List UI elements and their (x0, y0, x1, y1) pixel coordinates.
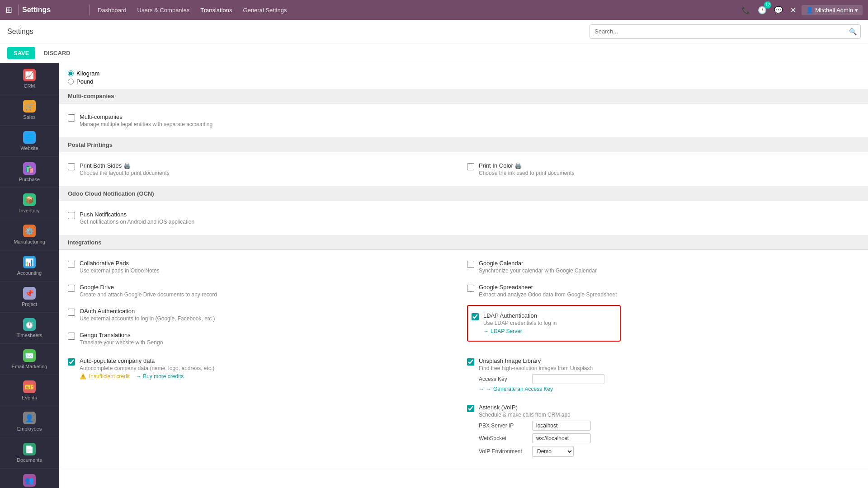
sidebar-item-recruitment[interactable]: 👥 Recruitment (0, 469, 59, 488)
auto-populate-title: Auto-populate company data (80, 357, 214, 364)
sidebar-item-purchase[interactable]: 🛍️ Purchase (0, 157, 59, 188)
units-section-partial: Kilogram Pound (59, 63, 868, 89)
integrations-col1: Collaborative Pads Use external pads in … (68, 257, 460, 348)
google-spreadsheet-checkbox[interactable] (467, 285, 474, 292)
sidebar-item-inventory[interactable]: 📦 Inventory (0, 188, 59, 219)
print-in-color-desc: Choose the ink used to print documents (479, 170, 574, 176)
print-in-color-text: Print In Color 🖨️ Choose the ink used to… (479, 162, 574, 176)
sidebar-item-project[interactable]: 📌 Project (0, 282, 59, 313)
sidebar-item-email-marketing[interactable]: ✉️ Email Marketing (0, 344, 59, 375)
print-both-sides-item: Print Both Sides 🖨️ Choose the layout to… (68, 160, 460, 179)
events-icon: 🎫 (23, 380, 36, 393)
subheader: Settings 🔍 (0, 20, 868, 43)
asterisk-voip-desc: Schedule & make calls from CRM app (479, 412, 591, 418)
print-both-sides-checkbox[interactable] (68, 163, 75, 170)
voip-environment-select[interactable]: Demo Production (532, 446, 574, 457)
oauth-auth-text: OAuth Authentication Use external accoun… (80, 308, 215, 322)
auto-populate-col: Auto-populate company data Autocomplete … (68, 355, 460, 395)
access-key-input[interactable] (532, 374, 604, 384)
auto-populate-item: Auto-populate company data Autocomplete … (68, 355, 460, 382)
sidebar: 📈 CRM 🛒 Sales 🌐 Website 🛍️ Purchase 📦 In… (0, 63, 59, 488)
sidebar-item-manufacturing[interactable]: ⚙️ Manufacturing (0, 219, 59, 250)
oauth-auth-desc: Use external accounts to log in (Google,… (80, 315, 215, 322)
google-drive-desc: Create and attach Google Drive documents… (80, 291, 217, 298)
postal-printings-section: Print Both Sides 🖨️ Choose the layout to… (59, 152, 868, 187)
crm-icon: 📈 (23, 69, 36, 81)
sidebar-item-timesheets[interactable]: ⏱️ Timesheets (0, 313, 59, 344)
gengo-translations-checkbox[interactable] (68, 333, 75, 340)
sidebar-item-crm[interactable]: 📈 CRM (0, 63, 59, 94)
sidebar-item-events[interactable]: 🎫 Events (0, 375, 59, 406)
print-both-sides-text: Print Both Sides 🖨️ Choose the layout to… (80, 162, 170, 176)
auto-populate-desc: Autocomplete company data (name, logo, a… (80, 365, 214, 371)
multi-companies-item: Multi-companies Manage multiple legal en… (68, 111, 859, 130)
sidebar-item-documents[interactable]: 📄 Documents (0, 437, 59, 469)
sidebar-item-sales[interactable]: 🛒 Sales (0, 94, 59, 126)
ldap-auth-item: LDAP Authentication Use LDAP credentials… (472, 310, 616, 337)
pound-radio[interactable] (68, 79, 74, 84)
print-both-sides-desc: Choose the layout to print documents (80, 170, 170, 176)
employees-icon: 👤 (23, 412, 36, 424)
websocket-row: WebSocket (479, 433, 591, 443)
multi-companies-checkbox[interactable] (68, 114, 75, 122)
asterisk-voip-text: Asterisk (VoIP) Schedule & make calls fr… (479, 404, 591, 457)
unsplash-checkbox[interactable] (467, 358, 474, 366)
oauth-auth-title: OAuth Authentication (80, 308, 215, 314)
project-icon: 📌 (23, 287, 36, 300)
unsplash-title: Unsplash Image Library (479, 357, 604, 364)
print-in-color-checkbox[interactable] (467, 163, 474, 170)
google-spreadsheet-title: Google Spreadsheet (479, 284, 617, 291)
google-drive-checkbox[interactable] (68, 285, 75, 292)
kilogram-radio[interactable] (68, 70, 74, 76)
sidebar-label-events: Events (22, 395, 37, 400)
main-layout: 📈 CRM 🛒 Sales 🌐 Website 🛍️ Purchase 📦 In… (0, 63, 868, 488)
sidebar-item-accounting[interactable]: 📊 Accounting (0, 250, 59, 282)
google-spreadsheet-item: Google Spreadsheet Extract and analyze O… (467, 281, 859, 300)
phone-icon[interactable]: 📞 (740, 4, 752, 16)
google-calendar-checkbox[interactable] (467, 261, 474, 268)
nav-users-companies[interactable]: Users & Companies (133, 4, 194, 16)
websocket-input[interactable] (532, 433, 591, 443)
multi-companies-section: Multi-companies Manage multiple legal en… (59, 103, 868, 138)
nav-translations[interactable]: Translations (196, 4, 236, 16)
pbx-server-input[interactable] (532, 421, 591, 431)
oauth-auth-checkbox[interactable] (68, 309, 75, 316)
user-menu-button[interactable]: 👤 Mitchell Admin ▾ (802, 5, 863, 15)
save-button[interactable]: SAVE (7, 47, 35, 59)
nav-general-settings[interactable]: General Settings (239, 4, 292, 16)
sidebar-label-sales: Sales (23, 114, 36, 120)
printer2-icon: 🖨️ (514, 162, 522, 169)
apps-menu-icon[interactable]: ⊞ (5, 5, 14, 15)
voip-environment-row: VoIP Environment Demo Production (479, 446, 591, 457)
chat-icon[interactable]: 💬 (772, 4, 785, 16)
collab-pads-checkbox[interactable] (68, 261, 75, 268)
search-icon[interactable]: 🔍 (845, 28, 860, 35)
auto-populate-text: Auto-populate company data Autocomplete … (80, 357, 214, 380)
unsplash-item: Unsplash Image Library Find free high-re… (467, 355, 859, 395)
discard-button[interactable]: DISCARD (39, 47, 75, 59)
push-notifications-checkbox[interactable] (68, 212, 75, 219)
asterisk-voip-title: Asterisk (VoIP) (479, 404, 591, 411)
documents-icon: 📄 (23, 443, 36, 455)
integrations-col2: Google Calendar Synchronize your calenda… (467, 257, 859, 348)
sidebar-item-employees[interactable]: 👤 Employees (0, 406, 59, 437)
sidebar-label-employees: Employees (17, 426, 42, 432)
user-avatar-icon: 👤 (806, 7, 813, 14)
ldap-server-link[interactable]: LDAP Server (483, 328, 557, 334)
close-icon[interactable]: ✕ (788, 4, 798, 16)
asterisk-voip-checkbox[interactable] (467, 405, 474, 412)
generate-access-key-link[interactable]: → Generate an Access Key (479, 386, 604, 392)
search-input[interactable] (590, 28, 845, 35)
access-key-field-label: Access Key (479, 376, 528, 382)
unsplash-desc: Find free high-resolution images from Un… (479, 365, 604, 371)
topbar: ⊞ Settings Dashboard Users & Companies T… (0, 0, 868, 20)
sidebar-item-website[interactable]: 🌐 Website (0, 126, 59, 157)
insufficient-credit-warning: ⚠️ Insufficient credit Buy more credits (80, 373, 214, 380)
integrations-header: Integrations (59, 235, 868, 250)
buy-more-credits-link[interactable]: Buy more credits (136, 373, 184, 380)
integrations-grid: Collaborative Pads Use external pads in … (68, 257, 859, 348)
ldap-auth-checkbox[interactable] (472, 313, 479, 320)
badge-count: 12 (764, 1, 771, 9)
auto-populate-checkbox[interactable] (68, 358, 75, 366)
nav-dashboard[interactable]: Dashboard (93, 4, 131, 16)
